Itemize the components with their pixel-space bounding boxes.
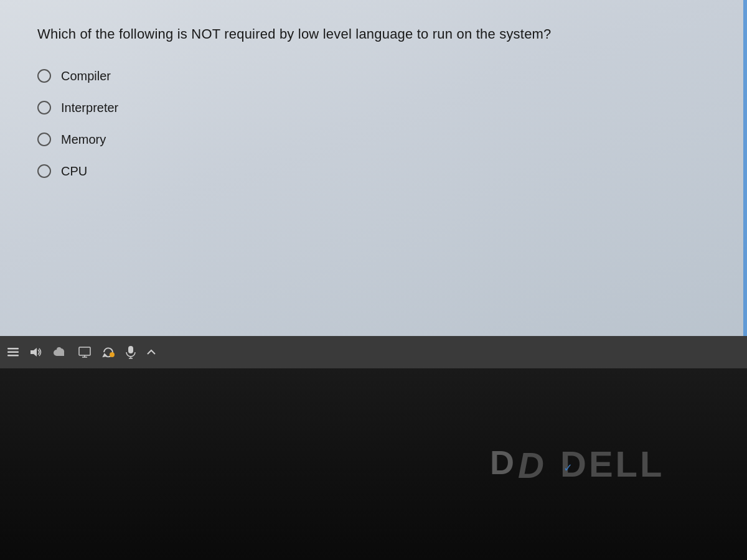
question-text: Which of the following is NOT required b… (37, 25, 710, 44)
svg-text:✓: ✓ (563, 462, 573, 474)
radio-a[interactable] (37, 69, 51, 83)
svg-rect-1 (7, 352, 19, 353)
svg-rect-0 (7, 348, 19, 350)
option-label-b: Interpreter (61, 101, 118, 115)
options-list: Compiler Interpreter Memory CPU (37, 69, 710, 179)
laptop-bezel: D D DELL ✓ (0, 368, 747, 560)
mic-icon[interactable] (126, 345, 136, 359)
option-a[interactable]: Compiler (37, 69, 710, 83)
radio-b[interactable] (37, 101, 51, 114)
cloud-icon[interactable] (54, 347, 67, 357)
svg-rect-2 (7, 355, 19, 357)
option-label-d: CPU (61, 164, 87, 179)
refresh-icon[interactable] (102, 346, 115, 358)
radio-c[interactable] (37, 133, 51, 146)
volume-icon[interactable] (30, 347, 42, 358)
screen-content: Which of the following is NOT required b… (0, 0, 747, 373)
chevron-up-icon[interactable] (147, 349, 156, 355)
option-c[interactable]: Memory (37, 133, 710, 147)
option-label-a: Compiler (61, 69, 111, 83)
svg-text:D: D (518, 446, 548, 485)
taskbar (0, 336, 747, 368)
dell-svg-logo: DELL ✓ (560, 446, 672, 483)
svg-rect-8 (128, 346, 133, 353)
svg-marker-7 (103, 354, 106, 357)
svg-rect-4 (79, 347, 90, 355)
radio-d[interactable] (37, 164, 51, 178)
dell-logo: D D DELL ✓ (490, 443, 672, 485)
monitor-icon[interactable] (78, 347, 91, 358)
svg-marker-3 (31, 348, 37, 357)
accent-strip (743, 0, 747, 336)
option-b[interactable]: Interpreter (37, 101, 710, 115)
dell-logo-text: D D (490, 443, 558, 485)
option-d[interactable]: CPU (37, 164, 710, 179)
grid-menu-icon[interactable] (7, 348, 19, 357)
svg-text:DELL: DELL (560, 446, 664, 483)
option-label-c: Memory (61, 133, 106, 147)
